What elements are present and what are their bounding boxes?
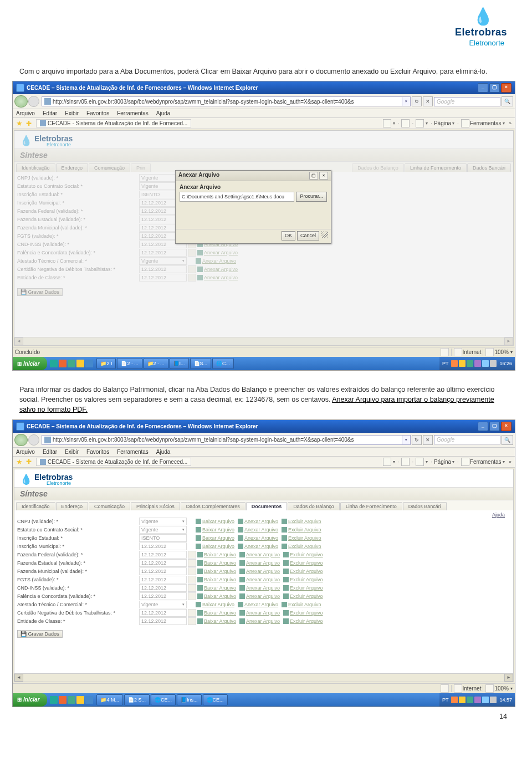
refresh-button[interactable]: ↻ — [412, 435, 422, 445]
excluir-link[interactable]: Excluir Arquivo — [282, 602, 321, 607]
ql-icon[interactable] — [76, 696, 84, 704]
anexar-link[interactable]: Anexar Arquivo — [238, 519, 278, 524]
ok-button[interactable]: OK — [282, 231, 295, 240]
tab-principais-socios[interactable]: Principais Sócios — [131, 502, 180, 510]
date-picker-icon[interactable] — [188, 265, 196, 273]
taskbar-item[interactable]: 📘 Ins... — [177, 694, 202, 705]
ql-icon[interactable] — [85, 360, 93, 367]
tray-icon[interactable] — [490, 697, 497, 703]
favorites-icon[interactable]: ★ — [16, 119, 23, 127]
browser-tab[interactable]: CECADE - Sistema de Atualização de Inf. … — [36, 119, 191, 127]
add-favorite-icon[interactable]: ✚ — [26, 120, 32, 127]
browse-button[interactable]: Procurar... — [296, 192, 327, 202]
tray-icon[interactable] — [482, 697, 489, 703]
tray-icon[interactable] — [467, 697, 473, 703]
close-button[interactable]: × — [501, 83, 511, 93]
tray-icon[interactable] — [474, 360, 481, 367]
date-picker-icon[interactable] — [188, 249, 196, 257]
excluir-link[interactable]: Excluir Arquivo — [282, 544, 321, 549]
ql-icon[interactable] — [50, 360, 58, 367]
date-picker-icon[interactable] — [188, 576, 196, 583]
zoom-icon[interactable] — [485, 684, 494, 693]
search-input[interactable]: Google — [434, 97, 500, 106]
url-input[interactable]: http://sinsrv05.eln.gov.br:8003/sap/bc/w… — [42, 96, 402, 106]
page-menu[interactable]: Página — [434, 120, 451, 126]
tab-dados-complementares[interactable]: Dados Complementares — [181, 502, 245, 510]
start-button[interactable]: Iniciar — [13, 357, 47, 370]
search-go-button[interactable]: 🔍 — [502, 96, 513, 106]
baixar-link[interactable]: Baixar Arquivo — [196, 602, 234, 607]
tab-comunicacao[interactable]: Comunicação — [89, 163, 130, 172]
start-button[interactable]: Iniciar — [13, 693, 47, 707]
feeds-icon[interactable] — [401, 119, 410, 127]
baixar-link[interactable]: Baixar Arquivo — [197, 618, 236, 624]
feeds-icon[interactable] — [401, 458, 410, 466]
taskbar-item[interactable]: 📄 2 · ... — [117, 358, 142, 369]
file-path-input[interactable]: C:\Documents and Settings\gsc1.6\Meus do… — [180, 192, 294, 202]
home-icon[interactable] — [383, 119, 391, 127]
baixar-link[interactable]: Baixar Arquivo — [197, 610, 236, 616]
ql-icon[interactable] — [85, 696, 93, 704]
excluir-link[interactable]: Excluir Arquivo — [283, 560, 323, 566]
forward-button[interactable] — [28, 96, 39, 107]
browser-menu[interactable]: ArquivoEditarExibirFavoritosFerramentasA… — [13, 448, 515, 457]
tools-menu[interactable]: Ferramentas — [470, 459, 502, 465]
date-picker-icon[interactable] — [188, 559, 196, 567]
tab-linha-fornecimento[interactable]: Linha de Fornecimento — [340, 502, 402, 510]
baixar-link[interactable]: Baixar Arquivo — [197, 577, 236, 582]
anexar-link[interactable]: Anexar Arquivo — [239, 560, 280, 566]
ql-icon[interactable] — [50, 696, 58, 704]
anexar-link[interactable]: Anexar Arquivo — [239, 610, 280, 616]
close-button[interactable]: × — [501, 422, 511, 431]
excluir-link[interactable]: Excluir Arquivo — [283, 552, 323, 557]
excluir-link[interactable]: Excluir Arquivo — [283, 585, 323, 591]
date-picker-icon[interactable] — [188, 592, 196, 600]
excluir-link[interactable]: Excluir Arquivo — [282, 527, 321, 533]
tools-menu[interactable]: Ferramentas — [470, 120, 502, 126]
taskbar-item[interactable]: 📁 4 M... — [96, 694, 123, 705]
excluir-link[interactable]: Excluir Arquivo — [283, 610, 323, 616]
baixar-link[interactable]: Baixar Arquivo — [196, 519, 234, 524]
tray-icon[interactable] — [459, 697, 466, 703]
tray-icon[interactable] — [459, 360, 466, 367]
add-favorite-icon[interactable]: ✚ — [26, 458, 32, 465]
tab-linha-fornecimento[interactable]: Linha de Fornecimento — [405, 163, 467, 172]
baixar-link[interactable]: Baixar Arquivo — [197, 569, 236, 574]
dialog-close-button[interactable]: × — [319, 172, 328, 180]
excluir-link[interactable]: Excluir Arquivo — [283, 577, 323, 582]
refresh-button[interactable]: ↻ — [412, 96, 422, 106]
baixar-link[interactable]: Baixar Arquivo — [196, 535, 234, 541]
taskbar-item[interactable]: 🌐 C... — [212, 358, 234, 369]
taskbar-item[interactable]: 📄 S... — [190, 358, 212, 369]
tab-dados-balanco[interactable]: Dados do Balanço — [352, 163, 404, 172]
tools-icon[interactable] — [461, 119, 469, 127]
baixar-link[interactable]: Baixar Arquivo — [197, 560, 236, 566]
url-dropdown[interactable]: ▾ — [402, 96, 411, 106]
anexar-link[interactable]: Anexar Arquivo — [238, 544, 278, 549]
date-picker-icon[interactable] — [188, 584, 196, 592]
ql-icon[interactable] — [59, 360, 66, 367]
tab-dados-balanco[interactable]: Dados do Balanço — [288, 502, 340, 510]
forward-button[interactable] — [28, 434, 39, 446]
anexar-link[interactable]: Anexar Arquivo — [239, 585, 280, 591]
tab-dados-bancarios[interactable]: Dados Bancári — [403, 502, 447, 510]
taskbar-item[interactable]: 📁 2 I — [96, 358, 116, 369]
anexar-link[interactable]: Anexar Arquivo — [239, 569, 280, 574]
zoom-icon[interactable] — [485, 348, 494, 356]
favorites-icon[interactable]: ★ — [16, 458, 23, 466]
excluir-link[interactable]: Excluir Arquivo — [283, 593, 323, 599]
minimize-button[interactable]: _ — [478, 422, 488, 431]
date-picker-icon[interactable] — [188, 567, 196, 575]
url-input[interactable]: http://sinsrv05.eln.gov.br:8003/sap/bc/w… — [42, 435, 402, 445]
tray-icon[interactable] — [467, 360, 473, 367]
dialog-max-button[interactable]: ▢ — [309, 172, 318, 180]
anexar-link[interactable]: Anexar Arquivo — [239, 577, 280, 582]
tab-identificacao[interactable]: Identificação — [16, 163, 55, 172]
baixar-link[interactable]: Baixar Arquivo — [197, 593, 236, 599]
taskbar-item[interactable]: 📁 2 · ... — [144, 358, 168, 369]
cancel-button[interactable]: Cancel — [297, 231, 319, 240]
tray-icon[interactable] — [474, 697, 481, 703]
horizontal-scrollbar[interactable]: ◄► — [14, 337, 513, 345]
tab-principais-socios[interactable]: Prin — [131, 163, 151, 172]
back-button[interactable] — [14, 434, 28, 446]
